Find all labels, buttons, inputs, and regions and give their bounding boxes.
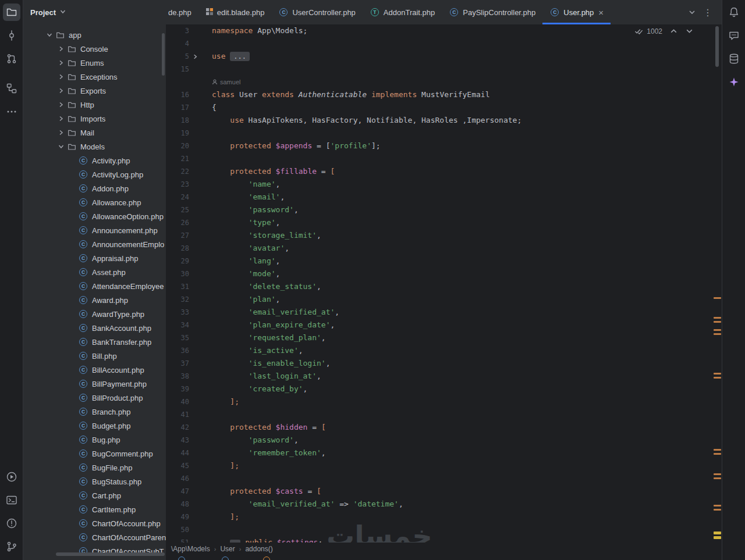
tree-item-BillPayment.php[interactable]: CBillPayment.php	[23, 377, 166, 391]
tab-UserController.php[interactable]: CUserController.php	[271, 0, 362, 24]
tree-item-Branch.php[interactable]: CBranch.php	[23, 405, 166, 419]
tree-item-AllowanceOption.php[interactable]: CAllowanceOption.php	[23, 209, 166, 223]
chevron-right-icon[interactable]	[56, 87, 66, 94]
fold-arrow-icon[interactable]	[189, 50, 201, 63]
code-line[interactable]: 42 protected $hidden = [	[166, 421, 722, 434]
code-line[interactable]: 17{	[166, 101, 722, 114]
terminal-icon[interactable]	[3, 491, 20, 509]
tree-item-Activity.php[interactable]: CActivity.php	[23, 154, 166, 167]
code-line[interactable]: 39 'created_by',	[166, 383, 722, 395]
code-line[interactable]: 29 'lang',	[166, 255, 722, 267]
tree-item-ChartOfAccountSubT[interactable]: CChartOfAccountSubT	[23, 544, 166, 558]
tree-item-Allowance.php[interactable]: CAllowance.php	[23, 195, 166, 209]
tree-item-Exports[interactable]: Exports	[23, 84, 166, 98]
tree-item-Mail[interactable]: Mail	[23, 126, 166, 140]
tree-item-BugComment.php[interactable]: CBugComment.php	[23, 447, 166, 461]
code-line[interactable]: 15	[166, 63, 722, 76]
tree-item-Imports[interactable]: Imports	[23, 112, 166, 126]
problems-icon[interactable]	[3, 515, 20, 532]
code-line[interactable]: 20 protected $appends = ['profile'];	[166, 140, 722, 152]
ai-chat-icon[interactable]	[725, 27, 743, 44]
code-line[interactable]: 24 'email',	[166, 191, 722, 204]
more-icon[interactable]	[3, 103, 20, 120]
code-editor[interactable]: 3namespace App\Models;45use ...15samuel1…	[166, 24, 722, 543]
project-icon[interactable]	[3, 3, 20, 21]
prev-problem-icon[interactable]	[669, 27, 678, 35]
tree-item-Enums[interactable]: Enums	[23, 56, 166, 70]
tree-item-BillProduct.php[interactable]: CBillProduct.php	[23, 391, 166, 405]
tab-edit.blade.php[interactable]: edit.blade.php	[198, 0, 272, 24]
tree-item-Models[interactable]: Models	[23, 140, 166, 154]
code-line[interactable]: 37 'is_enable_login',	[166, 357, 722, 370]
next-problem-icon[interactable]	[685, 27, 694, 35]
editor-scrollbar[interactable]	[715, 26, 719, 67]
chevron-right-icon[interactable]	[56, 129, 66, 136]
chevron-right-icon[interactable]	[56, 59, 66, 66]
code-line[interactable]: 34 'plan_expire_date',	[166, 319, 722, 331]
code-line[interactable]: 47 protected $casts = [	[166, 485, 722, 498]
tree-item-BankAccount.php[interactable]: CBankAccount.php	[23, 321, 166, 335]
inspections-widget[interactable]: 1002	[634, 27, 694, 35]
tree-item-ChartOfAccountParen[interactable]: CChartOfAccountParen	[23, 530, 166, 544]
code-line[interactable]: 46	[166, 472, 722, 485]
code-line[interactable]: 35 'requested_plan',	[166, 331, 722, 344]
author-label[interactable]: samuel	[201, 76, 240, 88]
code-line[interactable]: 49 ];	[166, 511, 722, 523]
tree-item-BankTransfer.php[interactable]: CBankTransfer.php	[23, 335, 166, 349]
code-line[interactable]: 45 ];	[166, 459, 722, 472]
tab-User.php[interactable]: CUser.php×	[542, 0, 611, 24]
code-line[interactable]: 31 'delete_status',	[166, 280, 722, 293]
code-line[interactable]: 43 'password',	[166, 434, 722, 447]
chevron-right-icon[interactable]	[56, 45, 66, 52]
tree-item-Console[interactable]: Console	[23, 42, 166, 56]
tab-options-icon[interactable]: ⋮	[703, 0, 712, 24]
tab-PaySlipController.php[interactable]: CPaySlipController.php	[442, 0, 542, 24]
tab-AddonTrait.php[interactable]: TAddonTrait.php	[363, 0, 442, 24]
tree-item-ActivityLog.php[interactable]: CActivityLog.php	[23, 167, 166, 181]
chevron-right-icon[interactable]	[56, 73, 66, 80]
project-vertical-scrollbar[interactable]	[162, 33, 165, 76]
code-line[interactable]: 32 'plan',	[166, 293, 722, 306]
chevron-down-icon[interactable]	[44, 31, 55, 38]
error-stripe[interactable]	[714, 24, 721, 543]
tree-item-Cart.php[interactable]: CCart.php	[23, 488, 166, 502]
database-icon[interactable]	[725, 50, 743, 67]
code-line[interactable]: 27 'storage_limit',	[166, 229, 722, 242]
code-line[interactable]: 4	[166, 37, 722, 50]
chevron-right-icon[interactable]	[56, 101, 66, 108]
tree-item-BugFile.php[interactable]: CBugFile.php	[23, 461, 166, 475]
notifications-icon[interactable]	[725, 3, 743, 21]
tree-item-Http[interactable]: Http	[23, 98, 166, 112]
pull-requests-icon[interactable]	[3, 50, 20, 67]
tree-item-Exceptions[interactable]: Exceptions	[23, 70, 166, 84]
tree-item-Appraisal.php[interactable]: CAppraisal.php	[23, 251, 166, 265]
tree-item-app[interactable]: app	[23, 28, 166, 42]
code-line[interactable]: 51 public $settings;	[166, 536, 722, 543]
tree-item-CartItem.php[interactable]: CCartItem.php	[23, 502, 166, 516]
tree-item-AnnouncementEmplo[interactable]: CAnnouncementEmplo	[23, 237, 166, 251]
code-line[interactable]: 25 'password',	[166, 204, 722, 216]
code-line[interactable]: 33 'email_verified_at',	[166, 306, 722, 319]
tree-item-BillAccount.php[interactable]: CBillAccount.php	[23, 363, 166, 377]
code-line[interactable]: 28 'avatar',	[166, 242, 722, 255]
code-line[interactable]: 36 'is_active',	[166, 344, 722, 357]
code-line[interactable]: 44 'remember_token',	[166, 447, 722, 459]
code-line[interactable]: 40 ];	[166, 395, 722, 408]
code-line[interactable]: 41	[166, 408, 722, 421]
chevron-right-icon[interactable]	[56, 115, 66, 122]
tree-item-ChartOfAccount.php[interactable]: CChartOfAccount.php	[23, 516, 166, 530]
tree-item-Bill.php[interactable]: CBill.php	[23, 349, 166, 363]
code-line[interactable]: 50	[166, 523, 722, 536]
ai-assistant-icon[interactable]	[725, 73, 743, 91]
close-icon[interactable]: ×	[598, 8, 604, 17]
tab-list-chevron-icon[interactable]	[688, 0, 696, 24]
tree-item-Bug.php[interactable]: CBug.php	[23, 433, 166, 447]
code-line[interactable]: 30 'mode',	[166, 267, 722, 280]
breadcrumb-item[interactable]: User	[220, 545, 235, 553]
tree-item-AttendanceEmployee[interactable]: CAttendanceEmployee	[23, 279, 166, 293]
tree-item-Award.php[interactable]: CAward.php	[23, 293, 166, 307]
tab-de.php[interactable]: de.php	[166, 0, 198, 24]
chevron-down-icon[interactable]	[56, 143, 66, 150]
tree-item-BugStatus.php[interactable]: CBugStatus.php	[23, 475, 166, 488]
run-icon[interactable]	[3, 468, 20, 486]
